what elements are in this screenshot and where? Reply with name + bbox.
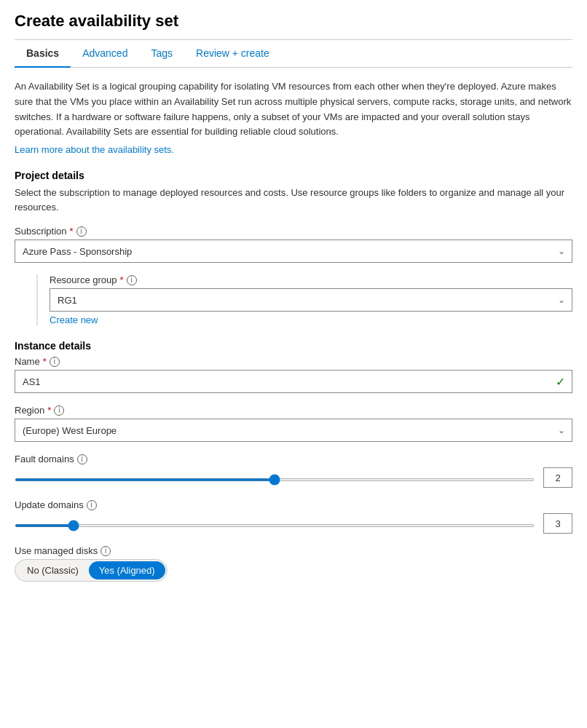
subscription-info-icon[interactable]: i [76, 226, 87, 237]
fault-domains-slider[interactable] [15, 478, 535, 481]
name-info-icon[interactable]: i [50, 357, 60, 367]
resource-group-field-group: Resource group * i RG1 ⌄ Create new [50, 274, 572, 325]
managed-disks-yes-option[interactable]: Yes (Aligned) [89, 561, 165, 579]
project-details-description: Select the subscription to manage deploy… [15, 186, 572, 214]
subscription-select[interactable]: Azure Pass - Sponsorship [15, 240, 572, 263]
fault-domains-value: 2 [543, 467, 572, 488]
instance-details-section: Instance details Name * i ✓ Region * i (… [15, 340, 572, 582]
tab-basics[interactable]: Basics [15, 40, 71, 68]
region-select[interactable]: (Europe) West Europe [15, 419, 572, 442]
availability-set-description: An Availability Set is a logical groupin… [15, 79, 572, 140]
update-domains-slider-container [15, 518, 535, 529]
resource-group-required-marker: * [120, 274, 124, 285]
name-field-group: Name * i ✓ [15, 356, 572, 393]
fault-domains-label: Fault domains i [15, 454, 572, 464]
fault-domains-slider-row: 2 [15, 467, 572, 488]
subscription-label: Subscription * i [15, 226, 572, 237]
update-domains-value: 3 [543, 513, 572, 534]
tab-advanced[interactable]: Advanced [71, 40, 139, 68]
update-domains-slider[interactable] [15, 524, 535, 527]
managed-disks-toggle: No (Classic) Yes (Aligned) [15, 559, 168, 582]
update-domains-label: Update domains i [15, 499, 572, 510]
resource-group-label: Resource group * i [50, 274, 572, 285]
create-new-resource-group-link[interactable]: Create new [50, 314, 98, 325]
resource-group-select[interactable]: RG1 [50, 288, 572, 312]
managed-disks-field-group: Use managed disks i No (Classic) Yes (Al… [15, 545, 572, 582]
resource-group-select-wrapper: RG1 ⌄ [50, 288, 572, 312]
subscription-select-wrapper: Azure Pass - Sponsorship ⌄ [15, 240, 572, 263]
instance-details-heading: Instance details [15, 340, 572, 352]
subscription-required-marker: * [70, 226, 74, 237]
update-domains-field-group: Update domains i 3 [15, 499, 572, 534]
managed-disks-label: Use managed disks i [15, 545, 572, 556]
update-domains-info-icon[interactable]: i [87, 500, 97, 510]
region-field-group: Region * i (Europe) West Europe ⌄ [15, 405, 572, 442]
project-details-section: Project details Select the subscription … [15, 170, 572, 325]
region-info-icon[interactable]: i [54, 405, 64, 416]
page-title: Create availability set [15, 12, 572, 31]
name-input[interactable] [15, 370, 572, 393]
update-domains-slider-row: 3 [15, 513, 572, 534]
tab-bar: Basics Advanced Tags Review + create [15, 40, 572, 68]
resource-group-wrapper: Resource group * i RG1 ⌄ Create new [36, 274, 572, 325]
region-select-wrapper: (Europe) West Europe ⌄ [15, 419, 572, 442]
managed-disks-info-icon[interactable]: i [101, 546, 111, 556]
name-label: Name * i [15, 356, 572, 367]
name-required-marker: * [43, 356, 47, 367]
tab-review-create[interactable]: Review + create [184, 40, 281, 68]
learn-more-link[interactable]: Learn more about the availability sets. [15, 144, 174, 155]
region-required-marker: * [47, 405, 51, 416]
tab-tags[interactable]: Tags [139, 40, 184, 68]
name-valid-check-icon: ✓ [556, 375, 565, 389]
name-input-wrapper: ✓ [15, 370, 572, 393]
fault-domains-info-icon[interactable]: i [77, 454, 87, 464]
region-label: Region * i [15, 405, 572, 416]
fault-domains-field-group: Fault domains i 2 [15, 454, 572, 488]
project-details-heading: Project details [15, 170, 572, 181]
managed-disks-no-option[interactable]: No (Classic) [17, 561, 89, 579]
fault-domains-slider-container [15, 472, 535, 483]
subscription-field-group: Subscription * i Azure Pass - Sponsorshi… [15, 226, 572, 263]
resource-group-info-icon[interactable]: i [127, 275, 137, 285]
